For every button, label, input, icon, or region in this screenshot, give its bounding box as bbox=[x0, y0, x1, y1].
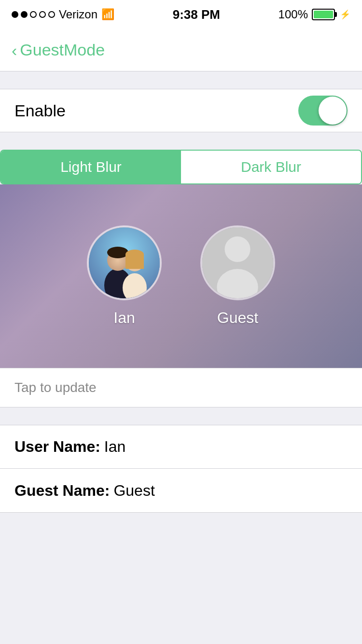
segment-container: Light Blur Dark Blur bbox=[0, 150, 362, 184]
svg-point-9 bbox=[224, 237, 250, 262]
time-display: 9:38 PM bbox=[173, 7, 220, 22]
ian-avatar bbox=[87, 225, 162, 300]
section-gap-mid bbox=[0, 132, 362, 150]
back-button[interactable]: ‹ GuestMode bbox=[12, 41, 105, 59]
signal-dot-4 bbox=[39, 11, 46, 18]
username-label: User Name: bbox=[14, 438, 100, 456]
ian-name-label: Ian bbox=[113, 309, 135, 327]
battery-percentage: 100% bbox=[278, 8, 308, 21]
toggle-thumb bbox=[319, 97, 347, 125]
signal-dots bbox=[12, 11, 55, 18]
charging-bolt-icon: ⚡ bbox=[340, 9, 350, 20]
wifi-icon: 📶 bbox=[101, 8, 114, 21]
segment-light-blur[interactable]: Light Blur bbox=[1, 151, 181, 183]
user-item-ian: Ian bbox=[87, 225, 162, 327]
section-gap-names bbox=[0, 407, 362, 425]
bottom-fill bbox=[0, 513, 362, 609]
svg-rect-7 bbox=[125, 254, 144, 269]
svg-point-5 bbox=[107, 247, 128, 258]
status-right: 100% ⚡ bbox=[278, 8, 350, 21]
segment-light-blur-label: Light Blur bbox=[60, 159, 122, 175]
guestname-label: Guest Name: bbox=[14, 482, 110, 500]
guest-name-label: Guest bbox=[217, 309, 258, 327]
signal-dot-2 bbox=[21, 11, 28, 18]
back-chevron-icon: ‹ bbox=[12, 42, 17, 58]
section-gap-top bbox=[0, 71, 362, 89]
enable-section: Enable bbox=[0, 89, 362, 132]
ian-photo bbox=[89, 227, 160, 298]
tap-update-label: Tap to update bbox=[14, 380, 97, 395]
segment-dark-blur-label: Dark Blur bbox=[241, 159, 301, 175]
battery-icon bbox=[312, 9, 335, 20]
enable-row: Enable bbox=[0, 89, 362, 132]
username-row: User Name: Ian bbox=[0, 425, 362, 469]
guest-avatar bbox=[200, 225, 275, 300]
status-bar: Verizon 📶 9:38 PM 100% ⚡ bbox=[0, 0, 362, 29]
signal-dot-1 bbox=[12, 11, 18, 18]
battery-fill bbox=[314, 11, 333, 18]
ian-photo-svg bbox=[89, 227, 162, 300]
names-section: User Name: Ian Guest Name: Guest bbox=[0, 425, 362, 513]
carrier-label: Verizon bbox=[59, 8, 97, 21]
enable-toggle[interactable] bbox=[298, 96, 348, 126]
segmented-control: Light Blur Dark Blur bbox=[0, 150, 362, 184]
nav-bar: ‹ GuestMode bbox=[0, 29, 362, 71]
battery-tip bbox=[335, 12, 337, 17]
guest-silhouette-svg bbox=[202, 227, 273, 298]
preview-area[interactable]: Ian Guest bbox=[0, 184, 362, 368]
signal-dot-3 bbox=[30, 11, 37, 18]
status-left: Verizon 📶 bbox=[12, 8, 114, 21]
segment-dark-blur[interactable]: Dark Blur bbox=[181, 151, 361, 183]
nav-title: GuestMode bbox=[20, 41, 105, 59]
username-value: Ian bbox=[104, 438, 125, 456]
guestname-value: Guest bbox=[113, 482, 154, 500]
tap-update-row[interactable]: Tap to update bbox=[0, 368, 362, 407]
guest-avatar-bg bbox=[202, 227, 273, 298]
signal-dot-5 bbox=[48, 11, 55, 18]
enable-label: Enable bbox=[14, 101, 66, 120]
user-item-guest: Guest bbox=[200, 225, 275, 327]
guestname-row: Guest Name: Guest bbox=[0, 469, 362, 512]
